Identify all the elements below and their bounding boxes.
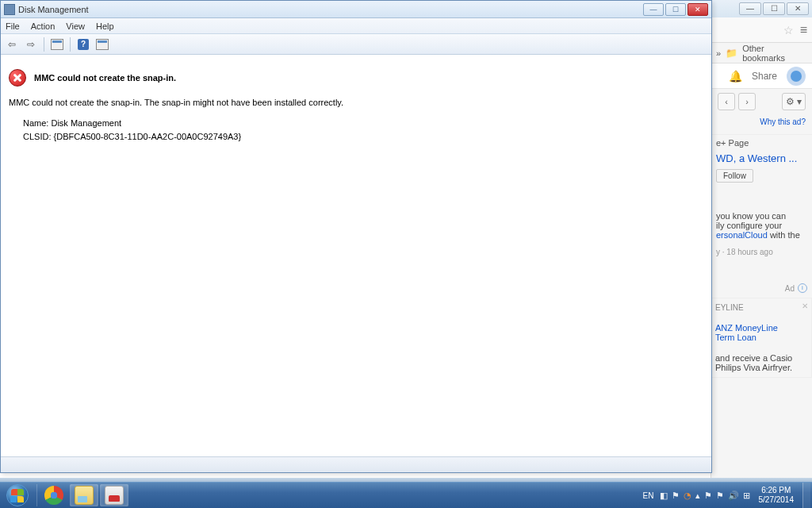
wd-link[interactable]: WD, a Western ...: [716, 152, 807, 164]
show-hide-tree-button[interactable]: [49, 37, 65, 52]
taskbar-item-explorer[interactable]: [70, 484, 98, 506]
dm-minimize-button[interactable]: —: [643, 3, 664, 16]
ad-info-icon[interactable]: i: [798, 283, 807, 293]
error-body: MMC could not create the snap-in. The sn…: [9, 98, 703, 107]
nav-row: ‹ › ⚙ ▾: [711, 89, 812, 114]
taskbar: EN ◧ ⚑ ◔ ▴ ⚑ ⚑ 🔊 ⊞ 6:26 PM 5/27/2014: [0, 482, 812, 508]
help-button[interactable]: ?: [75, 37, 91, 52]
dm-title: Disk Management: [18, 5, 643, 14]
tip-link[interactable]: ersonalCloud: [716, 230, 768, 240]
page-section: e+ Page WD, a Western ... Follow you kno…: [711, 134, 812, 260]
ad-card: ✕ EYLINE ANZ MoneyLine Term Loan and rec…: [711, 298, 812, 378]
ad-title[interactable]: ANZ MoneyLine: [715, 323, 808, 333]
menu-icon[interactable]: ≡: [800, 23, 807, 37]
tip-line: you know you can: [716, 211, 807, 221]
tray-icon[interactable]: ◔: [684, 491, 691, 501]
menu-action[interactable]: Action: [31, 21, 56, 31]
tray-flag-icon[interactable]: ⚑: [672, 491, 680, 501]
error-clsid-line: CLSID: {DBFCA500-8C31-11D0-AA2C-00A0C927…: [23, 132, 703, 141]
why-this-ad-link[interactable]: Why this ad?: [711, 114, 812, 134]
chrome-minimize-button[interactable]: —: [739, 2, 761, 15]
menu-view[interactable]: View: [66, 21, 85, 31]
share-button[interactable]: Share: [752, 71, 777, 82]
dm-content: MMC could not create the snap-in. MMC co…: [2, 55, 710, 455]
folder-icon: 📁: [726, 48, 737, 59]
ad-eyeline: EYLINE: [715, 303, 808, 312]
dm-app-icon: [4, 4, 15, 15]
other-bookmarks[interactable]: Other bookmarks: [742, 44, 807, 63]
dm-titlebar[interactable]: Disk Management — ☐ ✕: [1, 1, 711, 18]
chrome-maximize-button[interactable]: ☐: [763, 2, 785, 15]
windows-orb-icon: [6, 484, 29, 506]
clock[interactable]: 6:26 PM 5/27/2014: [754, 486, 799, 505]
tray-icon[interactable]: ▴: [695, 491, 700, 501]
dm-statusbar: [1, 456, 711, 472]
taskbar-separator: [36, 484, 37, 506]
dm-toolbar: ⇦ ⇨ ?: [1, 34, 711, 55]
chrome-close-button[interactable]: ✕: [787, 2, 809, 15]
tray-flag-icon[interactable]: ⚑: [716, 491, 724, 501]
ad-body: and receive a Casio: [715, 353, 808, 363]
error-name-line: Name: Disk Management: [23, 118, 703, 128]
menu-file[interactable]: File: [6, 21, 20, 31]
back-button[interactable]: ⇦: [4, 37, 20, 52]
tray-flag-icon[interactable]: ⚑: [704, 491, 712, 501]
ad-body: Philips Viva Airfryer.: [715, 363, 808, 372]
disk-management-window: Disk Management — ☐ ✕ File Action View H…: [0, 0, 712, 473]
dm-close-button[interactable]: ✕: [688, 3, 708, 16]
start-button[interactable]: [0, 483, 35, 509]
ad-label: Ad: [785, 284, 795, 293]
menu-help[interactable]: Help: [96, 21, 114, 31]
bookmarks-overflow[interactable]: »: [716, 48, 721, 58]
dm-menubar: File Action View Help: [1, 18, 711, 34]
nav-forward-button[interactable]: ›: [738, 93, 756, 110]
avatar[interactable]: [787, 67, 806, 86]
file-explorer-icon: [75, 486, 94, 505]
toolbar-separator: [70, 37, 71, 52]
tray-icon[interactable]: ◧: [660, 491, 668, 501]
language-indicator[interactable]: EN: [642, 491, 656, 500]
toolbar-separator: [44, 37, 44, 52]
toolbox-icon: [105, 486, 124, 505]
bell-icon[interactable]: 🔔: [729, 70, 742, 83]
error-title: MMC could not create the snap-in.: [34, 73, 176, 83]
ad-row: Ad i: [711, 282, 812, 294]
volume-icon[interactable]: 🔊: [728, 491, 739, 501]
follow-button[interactable]: Follow: [716, 169, 753, 183]
properties-button[interactable]: [94, 37, 110, 52]
ad-title[interactable]: Term Loan: [715, 333, 808, 342]
chrome-icon: [44, 486, 63, 505]
network-icon[interactable]: ⊞: [743, 491, 750, 501]
share-bar: 🔔 Share: [711, 64, 812, 89]
system-tray: EN ◧ ⚑ ◔ ▴ ⚑ ⚑ 🔊 ⊞ 6:26 PM 5/27/2014: [640, 483, 812, 509]
clock-time: 6:26 PM: [759, 486, 795, 495]
dm-maximize-button[interactable]: ☐: [665, 3, 686, 16]
clock-date: 5/27/2014: [759, 495, 795, 505]
chrome-toolbar: ☆ ≡: [711, 17, 812, 43]
ad-close-icon[interactable]: ✕: [802, 302, 808, 310]
error-icon: [9, 69, 26, 87]
forward-button[interactable]: ⇨: [23, 37, 39, 52]
tip-line: with the: [768, 230, 800, 240]
gear-button[interactable]: ⚙ ▾: [782, 93, 806, 110]
show-desktop-button[interactable]: [802, 483, 810, 509]
bookmarks-bar: » 📁 Other bookmarks: [711, 43, 812, 64]
star-icon[interactable]: ☆: [783, 24, 794, 37]
page-label: e+ Page: [716, 138, 749, 148]
taskbar-item-chrome[interactable]: [40, 484, 68, 506]
nav-back-button[interactable]: ‹: [718, 93, 735, 110]
taskbar-item-toolbox[interactable]: [100, 484, 128, 506]
tip-time: y · 18 hours ago: [716, 248, 807, 256]
tip-line: ily configure your: [716, 221, 807, 230]
chrome-window: — ☐ ✕ ☆ ≡ » 📁 Other bookmarks 🔔 Share ‹ …: [710, 0, 812, 482]
chrome-titlebar: — ☐ ✕: [711, 0, 812, 17]
